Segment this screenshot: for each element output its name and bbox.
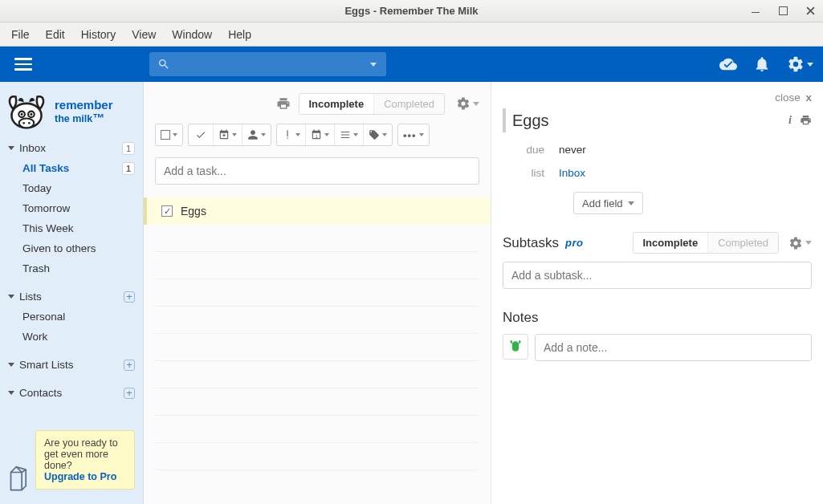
close-detail-button[interactable]: close x (775, 91, 812, 104)
sidebar-item-label: All Tasks (22, 162, 69, 174)
cow-avatar-icon (507, 339, 524, 355)
add-smart-list-button[interactable]: + (124, 360, 135, 371)
upgrade-text: Are you ready to get even more done? (44, 437, 118, 471)
window-close-button[interactable] (802, 3, 818, 19)
settings-menu-button[interactable] (787, 55, 813, 73)
more-actions-button[interactable]: ••• (398, 124, 429, 145)
sidebar-item-label: Today (22, 182, 51, 194)
tab-completed[interactable]: Completed (373, 94, 444, 114)
menu-file[interactable]: File (3, 25, 38, 44)
upgrade-to-pro-link[interactable]: Upgrade to Pro (44, 471, 116, 482)
sidebar-item-label: Personal (22, 311, 65, 323)
add-subtask-input[interactable] (503, 262, 812, 289)
add-task-input[interactable] (155, 157, 479, 185)
sidebar-section-contacts[interactable]: Contacts + (0, 383, 143, 403)
chevron-down-icon (8, 391, 14, 395)
sidebar-item-this-week[interactable]: This Week (0, 218, 143, 238)
empty-task-rows (155, 225, 479, 470)
sidebar-item-all-tasks[interactable]: All Tasks 1 (0, 158, 143, 178)
cloud-sync-icon[interactable] (719, 55, 737, 73)
add-task-field[interactable] (164, 165, 471, 177)
info-icon[interactable]: i (788, 114, 792, 127)
list-value-link[interactable]: Inbox (559, 167, 585, 179)
add-field-button[interactable]: Add field (573, 192, 643, 214)
task-detail-panel: close x Eggs i due never list Inbox (491, 82, 823, 504)
task-name: Eggs (181, 205, 206, 217)
add-subtask-field[interactable] (511, 269, 803, 282)
postpone-button[interactable] (213, 124, 242, 145)
search-input[interactable] (149, 52, 386, 76)
assign-button[interactable] (242, 124, 271, 145)
menu-help[interactable]: Help (220, 25, 259, 44)
search-dropdown-caret-icon (370, 63, 377, 67)
chevron-down-icon (805, 241, 812, 245)
subtasks-heading: Subtasks (503, 235, 559, 251)
window-maximize-button[interactable] (775, 3, 791, 19)
subtask-settings-button[interactable] (788, 236, 812, 250)
search-icon (157, 58, 170, 71)
chevron-down-icon (628, 201, 634, 205)
sidebar-section-label: Smart Lists (19, 359, 74, 371)
task-checkbox[interactable] (161, 205, 173, 217)
sidebar-section-lists[interactable]: Lists + (0, 287, 143, 307)
pro-badge: pro (565, 237, 583, 249)
print-icon[interactable] (276, 96, 291, 111)
window-titlebar: Eggs - Remember The Milk (0, 0, 823, 22)
subtask-filter-tabset: Incomplete Completed (633, 232, 780, 254)
subtask-tab-incomplete[interactable]: Incomplete (634, 233, 708, 253)
menu-history[interactable]: History (73, 25, 124, 44)
window-minimize-button[interactable] (748, 3, 764, 19)
sidebar-item-given-to-others[interactable]: Given to others (0, 238, 143, 258)
sidebar-section-inbox[interactable]: Inbox 1 (0, 138, 143, 158)
sidebar-section-smart-lists[interactable]: Smart Lists + (0, 355, 143, 375)
due-label: due (503, 144, 559, 156)
svg-point-7 (28, 122, 31, 124)
tab-incomplete[interactable]: Incomplete (299, 94, 374, 114)
add-note-input[interactable] (535, 334, 812, 361)
complete-button[interactable] (189, 124, 213, 145)
user-avatar (503, 334, 528, 360)
menu-window[interactable]: Window (164, 25, 220, 44)
tag-button[interactable] (363, 124, 392, 145)
due-value[interactable]: never (559, 144, 586, 156)
sidebar-item-personal[interactable]: Personal (0, 307, 143, 327)
sidebar-item-label: This Week (22, 222, 74, 234)
due-date-button[interactable]: 1 (305, 124, 334, 145)
close-label: close (775, 91, 801, 104)
sidebar-item-label: Work (22, 331, 47, 343)
sidebar-item-work[interactable]: Work (0, 327, 143, 347)
add-note-field[interactable] (544, 341, 803, 354)
milk-carton-icon (6, 465, 29, 493)
menubar: File Edit History View Window Help (0, 22, 823, 47)
list-settings-button[interactable] (456, 96, 479, 111)
upgrade-callout: Are you ready to get even more done? Upg… (35, 430, 135, 490)
sidebar-item-trash[interactable]: Trash (0, 258, 143, 278)
sidebar-section-label: Contacts (19, 387, 62, 399)
detail-task-title[interactable]: Eggs (512, 112, 788, 130)
svg-point-5 (19, 118, 35, 128)
add-list-button[interactable]: + (124, 291, 135, 303)
gear-icon (787, 55, 805, 73)
select-all-button[interactable] (156, 124, 182, 145)
sidebar-item-tomorrow[interactable]: Tomorrow (0, 198, 143, 218)
svg-text:1: 1 (315, 134, 317, 139)
list-move-button[interactable] (334, 124, 363, 145)
app-logo: remember the milk™ (0, 82, 143, 136)
app-toolbar (0, 47, 823, 82)
sidebar-item-label: Trash (22, 262, 50, 274)
add-contact-button[interactable]: + (124, 388, 135, 399)
sidebar-item-today[interactable]: Today (0, 178, 143, 198)
task-list-panel: Incomplete Completed (144, 82, 491, 504)
menu-view[interactable]: View (124, 25, 164, 44)
close-icon: x (805, 91, 812, 104)
bell-icon[interactable] (753, 55, 771, 73)
svg-point-4 (30, 113, 32, 116)
task-row[interactable]: Eggs (144, 197, 491, 225)
print-icon[interactable] (800, 114, 812, 126)
menu-edit[interactable]: Edit (38, 25, 73, 44)
subtask-tab-completed[interactable]: Completed (707, 233, 778, 253)
hamburger-menu-button[interactable] (14, 53, 37, 75)
priority-button[interactable] (277, 124, 305, 145)
cow-logo-icon (5, 90, 48, 133)
all-tasks-count-badge: 1 (122, 162, 135, 175)
